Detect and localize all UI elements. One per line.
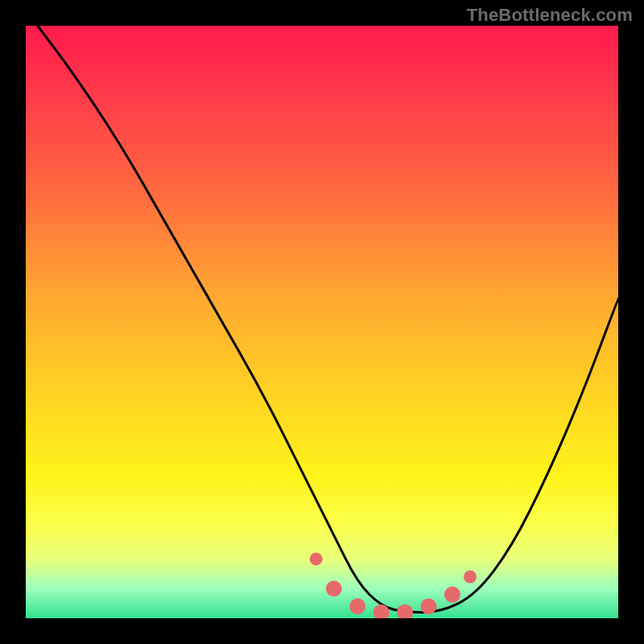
sweet-spot-marker: [349, 598, 365, 614]
chart-svg: [26, 26, 618, 618]
sweet-spot-marker: [397, 605, 413, 618]
sweet-spot-marker: [326, 580, 342, 597]
sweet-spot-marker: [444, 587, 460, 603]
sweet-spot-marker: [464, 570, 477, 583]
sweet-spot-marker: [310, 552, 323, 565]
bottleneck-curve-path: [38, 26, 618, 613]
sweet-spot-marker: [420, 598, 436, 614]
chart-frame: TheBottleneck.com: [0, 0, 644, 644]
watermark-text: TheBottleneck.com: [467, 5, 633, 26]
chart-plot-area: [26, 26, 618, 618]
